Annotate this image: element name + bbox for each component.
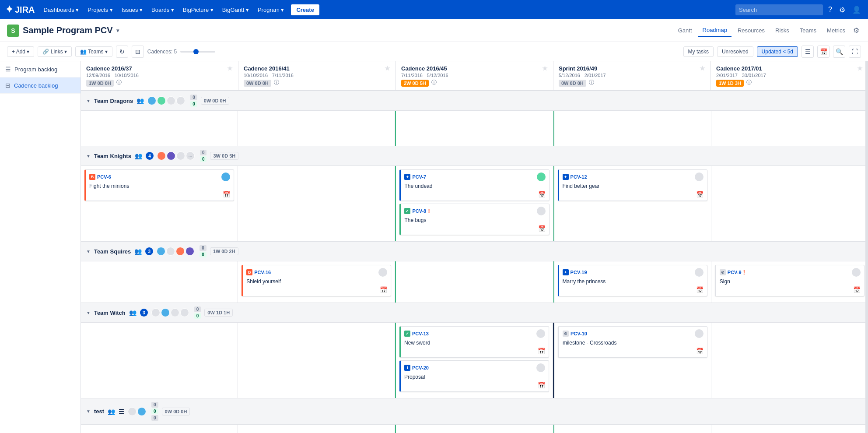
pcv10-key[interactable]: PCV-10: [570, 331, 587, 336]
search-input[interactable]: [735, 4, 823, 15]
team-test-expand[interactable]: ▼: [86, 409, 91, 414]
pcv20-date-icon[interactable]: 📅: [538, 382, 545, 389]
card-pcv20[interactable]: ℹ PCV-20 Proposal 📅: [399, 360, 549, 392]
header-settings-icon[interactable]: ⚙: [851, 25, 861, 36]
cadence-4-star[interactable]: ★: [700, 65, 705, 72]
teams-tab[interactable]: Teams: [795, 25, 821, 36]
cadence-2-info[interactable]: ⓘ: [274, 79, 279, 86]
roadmap-tab[interactable]: Roadmap: [698, 24, 732, 37]
card-pcv19[interactable]: + PCV-19 Marry the princess 📅: [558, 265, 707, 296]
pcv7-date-icon[interactable]: 📅: [538, 191, 546, 198]
pcv10-header: ⊘ PCV-10: [563, 329, 704, 338]
team-knights-expand[interactable]: ▼: [86, 154, 91, 158]
pcv9-key[interactable]: PCV-9: [728, 270, 742, 275]
add-button[interactable]: + Add ▾: [7, 46, 34, 57]
card-pcv7[interactable]: + PCV-7 The undead 📅: [399, 169, 549, 201]
user-avatar[interactable]: 👤: [850, 4, 863, 16]
issues-nav[interactable]: Issues ▾: [118, 5, 146, 15]
cadence-5-star[interactable]: ★: [857, 65, 863, 72]
calendar-view-button[interactable]: 📅: [817, 46, 830, 58]
pcv6-key[interactable]: PCV-6: [97, 174, 111, 180]
pcv19-date-icon[interactable]: 📅: [696, 286, 704, 293]
links-button[interactable]: 🔗 Links ▾: [38, 46, 72, 57]
card-pcv6[interactable]: B PCV-6 Fight the minions 📅: [84, 169, 234, 201]
team-knights-members-icon: 👥: [135, 152, 142, 159]
settings-icon[interactable]: ⚙: [837, 4, 847, 16]
sidebar-resize-handle[interactable]: [865, 61, 868, 433]
pcv6-date-icon[interactable]: 📅: [223, 191, 230, 198]
pcv7-avatar: [537, 172, 546, 181]
cadence-2-star[interactable]: ★: [385, 65, 390, 72]
card-pcv8[interactable]: ✓ PCV-8 ! The bugs 📅: [399, 204, 549, 235]
cadence-5-info[interactable]: ⓘ: [746, 79, 752, 86]
fullscreen-button[interactable]: ⛶: [849, 46, 861, 58]
updated-filter[interactable]: Updated < 5d: [757, 46, 798, 57]
cadence-3-star[interactable]: ★: [542, 65, 548, 72]
pcv13-date-icon[interactable]: 📅: [538, 348, 545, 355]
pcv13-key[interactable]: PCV-13: [412, 331, 429, 336]
card-pcv12[interactable]: + PCV-12 Find better gear 📅: [558, 169, 707, 201]
search-icon-button[interactable]: 🔍: [833, 46, 845, 58]
team-witch-header[interactable]: ▼ Team Witch 👥 3 0 0 0W 1D 1H: [81, 303, 868, 323]
cadence-1-star[interactable]: ★: [227, 65, 233, 72]
bigpicture-nav[interactable]: BigPicture ▾: [179, 5, 217, 15]
team-dragons-header[interactable]: ▼ Team Dragons 👥 0 0 0W 0D 0H: [81, 91, 868, 111]
dashboards-nav[interactable]: Dashboards ▾: [40, 5, 83, 15]
gantt-tab[interactable]: Gantt: [674, 25, 696, 36]
pcv7-key[interactable]: PCV-7: [412, 174, 426, 180]
pcv8-key[interactable]: PCV-8: [412, 208, 426, 214]
team-squires-expand[interactable]: ▼: [86, 249, 91, 254]
card-pcv9[interactable]: ⊘ PCV-9 ! Sign 📅: [715, 265, 864, 296]
sidebar-item-program-backlog[interactable]: ☰ Program backlog: [0, 61, 80, 77]
knights-cell-5: [711, 166, 868, 241]
boards-nav[interactable]: Boards ▾: [148, 5, 178, 15]
metrics-tab[interactable]: Metrics: [822, 25, 850, 36]
team-witch-expand[interactable]: ▼: [86, 310, 91, 315]
program-dropdown-arrow[interactable]: ▾: [116, 28, 119, 34]
team-test-header[interactable]: ▼ test 👥 ☰ 0 0 0 0W 0D 0H: [81, 398, 868, 425]
pcv20-type-icon: ℹ: [404, 365, 410, 371]
expand-button[interactable]: ⊟: [132, 46, 144, 58]
create-button[interactable]: Create: [291, 4, 319, 15]
pcv19-key[interactable]: PCV-19: [570, 270, 587, 275]
list-view-button[interactable]: ☰: [802, 46, 814, 58]
help-icon[interactable]: ?: [826, 4, 834, 15]
cadence-5-name: Cadence 2017/01: [716, 65, 762, 72]
team-dragons-expand[interactable]: ▼: [86, 99, 91, 103]
projects-nav[interactable]: Projects ▾: [84, 5, 116, 15]
card-pcv10[interactable]: ⊘ PCV-10 milestone - Crossroads 📅: [558, 326, 707, 358]
team-knights-header[interactable]: ▼ Team Knights 👥 4 … 0 0 3W 0D 5H: [81, 146, 868, 166]
biggantt-nav[interactable]: BigGantt ▾: [219, 5, 252, 15]
team-witch-members-icon: 👥: [129, 309, 136, 316]
cadence-3-badge: 2W 0D 5H: [401, 80, 429, 87]
pcv12-key[interactable]: PCV-12: [570, 174, 587, 180]
pcv12-date-icon[interactable]: 📅: [696, 191, 704, 198]
pcv16-date-icon[interactable]: 📅: [380, 286, 387, 293]
card-pcv13[interactable]: ✓ PCV-13 New sword 📅: [399, 326, 549, 358]
pcv10-date-icon[interactable]: 📅: [696, 348, 704, 355]
cadence-1-info[interactable]: ⓘ: [116, 79, 122, 86]
pcv20-key[interactable]: PCV-20: [412, 365, 429, 370]
card-pcv16[interactable]: B PCV-16 Shield yourself 📅: [242, 265, 391, 296]
program-title-text: Sample Program PCV: [23, 25, 113, 35]
program-nav[interactable]: Program ▾: [254, 5, 287, 15]
cadence-title-4: Sprint 2016/49 ★: [559, 65, 705, 72]
my-tasks-filter[interactable]: My tasks: [683, 46, 714, 57]
refresh-button[interactable]: ↻: [116, 46, 128, 58]
cadence-slider[interactable]: [180, 51, 215, 53]
team-squires-header[interactable]: ▼ Team Squires 👥 3 0 0 1W 0D 2H: [81, 242, 868, 261]
cadence-4-info[interactable]: ⓘ: [589, 79, 594, 86]
risks-tab[interactable]: Risks: [771, 25, 794, 36]
resources-tab[interactable]: Resources: [733, 25, 769, 36]
pcv7-title: The undead: [404, 183, 545, 189]
pcv8-date-icon[interactable]: 📅: [538, 225, 546, 232]
unresolved-filter[interactable]: Unresolved: [717, 46, 753, 57]
squires-cell-3: [395, 261, 553, 303]
pcv16-key[interactable]: PCV-16: [254, 270, 271, 275]
sidebar-item-cadence-backlog[interactable]: ⊟ Cadence backlog: [0, 77, 80, 94]
w-avatar-3: [171, 308, 179, 317]
teams-button[interactable]: 👥 Teams ▾: [75, 46, 112, 57]
pcv9-date-icon[interactable]: 📅: [853, 286, 861, 293]
pcv9-avatar: [852, 268, 861, 277]
cadence-3-info[interactable]: ⓘ: [431, 79, 437, 86]
